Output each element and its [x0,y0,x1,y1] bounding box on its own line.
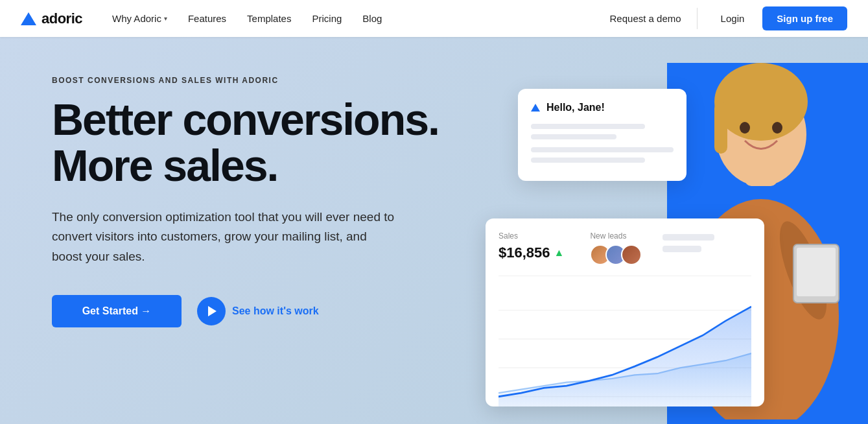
play-icon [197,297,226,325]
hero-subtitle: The only conversion optimization tool th… [52,207,395,266]
avatar-3 [621,244,642,265]
metric-placeholder-1 [663,234,714,241]
hero-blue-background [667,63,868,424]
sales-metric: Sales $16,856 ▲ [499,231,564,265]
card-greeting: Hello, Jane! [546,102,605,113]
card-hello-header: Hello, Jane! [531,102,674,113]
nav-pricing[interactable]: Pricing [303,8,351,29]
svg-rect-9 [797,248,836,296]
svg-point-5 [740,122,750,134]
card-line-4 [531,158,645,163]
navbar: adoric Why Adoric ▾ Features Templates P… [0,0,868,37]
hero-visual: Hello, Jane! Sales $16,856 ▲ Ne [466,37,868,424]
svg-point-3 [714,63,808,141]
svg-point-6 [772,122,782,134]
card-line-1 [531,124,645,129]
logo-link[interactable]: adoric [21,10,82,27]
card-line-3 [531,147,674,152]
svg-rect-1 [745,147,777,186]
sales-value: $16,856 ▲ [499,244,564,261]
svg-point-2 [716,82,806,186]
metric-placeholder-2 [663,246,701,252]
third-metric [663,231,714,265]
avatar-1 [590,244,611,265]
up-arrow-icon: ▲ [554,247,565,259]
card-sales-top: Sales $16,856 ▲ New leads [499,231,751,265]
signup-button[interactable]: Sign up free [762,6,847,30]
nav-templates[interactable]: Templates [238,8,300,29]
leads-label: New leads [590,231,637,241]
request-demo-button[interactable]: Request a demo [597,8,698,29]
chevron-down-icon: ▾ [164,15,167,22]
get-started-button[interactable]: Get Started → [52,295,182,327]
nav-blog[interactable]: Blog [353,8,391,29]
hero-person-image [667,43,855,419]
hero-title: Better conversions. More sales. [52,97,467,189]
hero-section: BOOST CONVERSIONS AND SALES WITH ADORIC … [0,37,868,424]
hero-eyebrow: BOOST CONVERSIONS AND SALES WITH ADORIC [52,76,868,85]
nav-features[interactable]: Features [179,8,235,29]
hero-buttons: Get Started → See how it's work [52,295,868,327]
logo-text: adoric [41,10,82,27]
nav-right: Request a demo Login Sign up free [597,6,847,30]
card-divider [499,276,751,276]
svg-rect-4 [714,102,727,154]
nav-links: Why Adoric ▾ Features Templates Pricing … [103,8,597,29]
person-svg [667,43,855,419]
card-logo-icon [531,104,540,112]
login-button[interactable]: Login [708,8,758,29]
sales-label: Sales [499,231,564,241]
see-how-link[interactable]: See how it's work [197,297,319,325]
hello-card: Hello, Jane! [518,89,686,181]
leads-metric: New leads [590,231,637,265]
nav-why-adoric[interactable]: Why Adoric ▾ [103,8,176,29]
avatar-group [590,244,637,265]
svg-rect-8 [793,244,839,303]
avatar-2 [605,244,626,265]
card-line-2 [531,134,616,139]
logo-triangle-icon [21,12,36,25]
